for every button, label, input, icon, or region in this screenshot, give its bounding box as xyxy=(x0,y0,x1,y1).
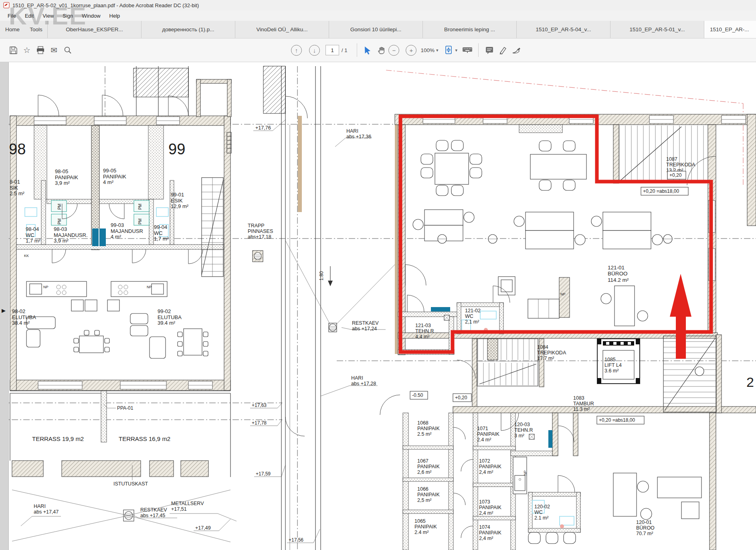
plan-label: 121-01 xyxy=(608,265,625,271)
plan-label: 2 xyxy=(746,374,754,390)
page-up-button[interactable]: ↑ xyxy=(291,45,302,56)
plan-label: PM xyxy=(57,218,62,224)
plan-label: 17.7 m² xyxy=(537,356,554,361)
plan-label: TAMBUR xyxy=(573,401,594,406)
tab-document-4[interactable]: Gonsiori 10 üürilepi... xyxy=(329,21,422,38)
tab-document-2[interactable]: доверенность (1).p... xyxy=(141,21,235,38)
plan-label: ESIK xyxy=(171,198,183,204)
plan-label: 2,4 m² xyxy=(479,469,493,475)
zoom-level[interactable]: 100% xyxy=(420,47,435,53)
plan-label: HARI xyxy=(351,375,363,381)
plan-label: +17,59 xyxy=(256,471,271,477)
plan-label: 114.2 m² xyxy=(608,277,629,283)
plan-label: +17,76 xyxy=(255,125,271,131)
zoom-out-button[interactable]: − xyxy=(388,45,399,56)
selection-tool-button[interactable] xyxy=(361,42,375,58)
tab-tools[interactable]: Tools xyxy=(25,21,47,38)
menu-edit[interactable]: Edit xyxy=(21,12,37,20)
plan-label: 70.7 m² xyxy=(636,531,653,536)
plan-label: 120-02 xyxy=(534,504,550,510)
menu-sign[interactable]: Sign xyxy=(59,12,77,20)
page-number-input[interactable] xyxy=(325,45,339,55)
page-down-icon: ↓ xyxy=(313,47,316,54)
plan-label: 2,6 m² xyxy=(417,469,431,475)
plan-label: NP xyxy=(560,292,566,296)
fit-width-button[interactable] xyxy=(442,42,455,58)
plan-label: 2,5 m² xyxy=(417,497,431,503)
plan-label: PM xyxy=(138,218,142,224)
plan-label: 98-05 xyxy=(55,168,68,174)
page-edge xyxy=(0,62,9,550)
page-down-button[interactable]: ↓ xyxy=(309,45,320,56)
plan-label: 1:80 xyxy=(319,271,324,281)
plan-label: 3,9 m² xyxy=(54,238,69,244)
search-button[interactable] xyxy=(61,42,75,58)
plan-label: WC xyxy=(154,230,163,236)
hand-tool-button[interactable] xyxy=(375,42,388,58)
plan-label: PANIPAIK xyxy=(479,530,501,536)
tab-document-active[interactable]: 1510_EP_AR-... xyxy=(704,21,756,38)
plan-label: +0,20 =abs18,00 xyxy=(643,188,679,194)
plan-label: LIFT L4 xyxy=(604,362,622,368)
pdf-file-icon xyxy=(3,2,10,8)
highlight-button[interactable] xyxy=(496,42,510,58)
window-title: 1510_EP_AR-5-02_v01_1korruse_plaan.pdf -… xyxy=(12,2,199,8)
menu-help[interactable]: Help xyxy=(106,12,124,20)
plan-label: TEHN.R xyxy=(514,427,533,433)
plan-label: PM xyxy=(138,204,142,210)
plan-label: 98-03 xyxy=(54,226,67,232)
tab-document-7[interactable]: 1510_EP_AR-5-01_v... xyxy=(610,21,704,38)
plan-label: 99 xyxy=(168,141,185,158)
plan-label: KK xyxy=(24,254,29,258)
fit-width-icon xyxy=(444,45,453,55)
favorite-star-icon: ☆ xyxy=(23,46,30,54)
plan-label: 12,9 m² xyxy=(171,203,189,209)
keyboard-button[interactable] xyxy=(461,42,474,58)
plan-label: 4,4 m² xyxy=(415,334,429,340)
fit-caret-icon[interactable]: ▾ xyxy=(455,48,458,53)
plan-label: 2.5 m² xyxy=(10,190,25,196)
plan-label: 121-02 xyxy=(465,308,481,313)
tab-home[interactable]: Home xyxy=(0,21,25,38)
plan-label: 2.4 m² xyxy=(414,530,429,535)
email-button[interactable]: ✉ xyxy=(47,42,61,58)
comment-icon xyxy=(485,46,494,55)
plan-label: WC xyxy=(534,510,543,515)
plan-label: 120-03 xyxy=(514,422,530,427)
menu-file[interactable]: File xyxy=(4,12,20,20)
comment-button[interactable] xyxy=(483,42,496,58)
print-button[interactable] xyxy=(34,42,47,58)
sign-icon xyxy=(512,46,522,54)
tab-document-3[interactable]: VinoDeli OÜ_ Alliku... xyxy=(235,21,329,38)
print-icon xyxy=(36,46,45,54)
tab-document-1[interactable]: OberHause_EKSPER... xyxy=(47,21,141,38)
plan-label: +17,51 xyxy=(171,506,187,512)
menu-window[interactable]: Window xyxy=(78,12,104,20)
plan-label: +0,20 =abs18,00 xyxy=(599,417,635,423)
favorite-star-button[interactable]: ☆ xyxy=(20,42,34,58)
zoom-out-icon: − xyxy=(392,47,396,54)
plan-label: 4 m² xyxy=(103,179,114,185)
plan-label: 2,1 m² xyxy=(465,319,479,325)
zoom-in-button[interactable]: + xyxy=(406,45,416,56)
tab-document-6[interactable]: 1510_EP_AR-5-04_v... xyxy=(516,21,610,38)
plan-label: TERRASS 16,9 m2 xyxy=(119,435,170,442)
plan-label: 1065 xyxy=(414,518,426,524)
save-button[interactable] xyxy=(6,42,20,58)
plan-label: 8-01 xyxy=(10,179,20,185)
panel-collapse-arrow[interactable]: ▶ xyxy=(2,307,6,313)
menu-view[interactable]: View xyxy=(39,12,57,20)
plan-label: 4 m² xyxy=(111,234,121,240)
sign-button[interactable] xyxy=(510,42,524,58)
plan-label: abs+17,18 xyxy=(248,234,271,240)
plan-label: HARI xyxy=(34,503,46,509)
zoom-caret-icon[interactable]: ▾ xyxy=(436,48,439,53)
highlight-icon xyxy=(499,46,507,55)
plan-label: TRAPP xyxy=(248,223,265,228)
plan-label: PANIPAIK xyxy=(55,174,78,180)
page-total: / 1 xyxy=(342,47,347,53)
plan-label: 3.6 m² xyxy=(604,368,619,374)
plan-label: PANIPAIK xyxy=(417,492,440,497)
tab-document-5[interactable]: Broneerimis leping ... xyxy=(422,21,516,38)
plan-label: PINNASES xyxy=(248,228,273,234)
